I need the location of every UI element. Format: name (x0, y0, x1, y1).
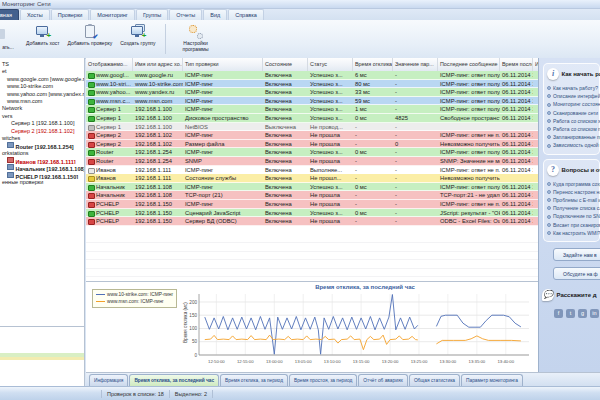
section-title: Вопросы и от (562, 167, 600, 173)
status-separator (101, 390, 102, 398)
bottom-tab[interactable]: Время отклика, за период (220, 374, 288, 386)
check-result-cell: Не прошла (308, 191, 353, 200)
bottom-tab-label: Информация (94, 378, 123, 383)
faq-link[interactable]: Висает при сканирова (547, 221, 599, 229)
bottom-tab[interactable]: Параметр мониторинга (461, 374, 523, 386)
wizard-button[interactable]: ать... (0, 20, 22, 58)
tree-item[interactable]: vers (0, 113, 84, 120)
param-value-cell: - (393, 131, 438, 140)
last-message-cell: ICMP-пинг: ответ полу... (438, 148, 500, 157)
help-link[interactable]: Мониторинг состояни (547, 100, 599, 108)
help-link[interactable]: Запланированные про (547, 133, 599, 141)
table-row[interactable]: Сервер 2 192.168.1.102 Размер файла Вклю… (86, 140, 538, 149)
column-header[interactable]: Имя или адрес хо... (133, 58, 183, 71)
tree-item[interactable]: PCHELP [192.168.1.150] (0, 172, 84, 179)
tree-item[interactable]: www.google.com [www.google.ru] (0, 76, 84, 83)
google-plus-icon[interactable]: g (578, 309, 587, 318)
help-link[interactable]: Сканирование сети (547, 109, 599, 117)
table-row[interactable]: www.msn.c... www.msn.com ICMP-пинг Включ… (86, 97, 538, 106)
faq-link[interactable]: Перенос настроек на (547, 188, 599, 196)
bottom-tab[interactable]: Время отклика, за последний час (129, 374, 219, 386)
table-row[interactable]: Иванов 192.168.1.111 Состояние службы Вк… (86, 174, 538, 183)
menu-tab[interactable]: Отчеты (169, 9, 202, 20)
table-row[interactable]: PCHELP 192.168.1.150 ICMP-пинг Включена … (86, 200, 538, 209)
tree-item[interactable]: Сервер 2 [192.168.1.102] (0, 128, 84, 135)
help-link[interactable]: Работа со списком хо (547, 117, 599, 125)
table-row[interactable]: Сервер 1 192.168.1.100 NetBIOS Выключена… (86, 123, 538, 132)
table-row[interactable]: Начальник 192.168.1.108 ICMP-пинг Включе… (86, 183, 538, 192)
faq-link[interactable]: Подключение по SNM (547, 212, 599, 220)
bottom-tab[interactable]: Общая статистика (409, 374, 460, 386)
help-link[interactable]: Зависимость одной пр (547, 141, 599, 149)
faq-link[interactable]: Проблемы с E-mail и S (547, 196, 599, 204)
menu-tab[interactable]: Группы (136, 9, 168, 20)
faq-link[interactable]: Куда программа сохр (547, 180, 599, 188)
tree-item[interactable]: www.10-strike.com (0, 83, 84, 90)
tree-item[interactable]: Начальник [192.168.1.108] (0, 164, 84, 171)
tree-item[interactable]: witches (0, 135, 84, 142)
menu-tab[interactable]: Вид (203, 9, 227, 20)
column-header[interactable]: Отображаемо... (86, 58, 133, 71)
help-link[interactable]: Работа со списком пр (547, 125, 599, 133)
table-row[interactable]: Сервер 1 192.168.1.100 Дисковое простран… (86, 114, 538, 123)
tree-item[interactable]: Router [192.168.1.254] (0, 142, 84, 149)
table-row[interactable]: www.10-stri... www.10-strike.com ICMP-пи… (86, 80, 538, 89)
table-row[interactable]: Router 192.168.1.254 ICMP-пинг Включена … (86, 148, 538, 157)
faq-link[interactable]: Как настроить WMI? (547, 229, 599, 237)
twitter-icon[interactable]: t (566, 309, 575, 318)
menu-tab[interactable]: Справка (228, 9, 264, 20)
tree-item[interactable]: Network (0, 105, 84, 112)
faq-link[interactable]: Получение списка слу (547, 204, 599, 212)
ask-question-button[interactable]: Задайте нам в (553, 248, 600, 261)
table-row[interactable]: Сервер 2 192.168.1.102 ICMP-пинг Включен… (86, 131, 538, 140)
facebook-icon[interactable]: f (554, 309, 563, 318)
bottom-tab[interactable]: Отчёт об авариях (358, 374, 408, 386)
table-row[interactable]: Сервер 1 192.168.1.100 ICMP-пинг Включен… (86, 105, 538, 114)
tree-item[interactable]: TS (0, 61, 84, 68)
check-enabled-cell: Включена (263, 200, 308, 209)
tree-item[interactable]: www.msn.com (0, 98, 84, 105)
add-check-button[interactable]: ✔ Добавить проверку (64, 20, 117, 58)
menu-tab[interactable]: Проверки (51, 9, 90, 20)
settings-button[interactable]: Настройки программы (171, 20, 221, 58)
table-row[interactable]: Начальник 192.168.1.108 TCP-порт (21) Вк… (86, 191, 538, 200)
menu-tab[interactable]: Хосты (20, 9, 50, 20)
check-name-cell: www.googl... (86, 71, 133, 80)
column-header[interactable]: Время послед... (500, 58, 533, 71)
checks-count: Проверок в списке: 18 (107, 391, 164, 397)
param-value-cell: - (393, 183, 438, 192)
linkedin-icon[interactable]: in (590, 309, 599, 318)
table-row[interactable]: PCHELP 192.168.1.150 Сервер БД (ODBC) Вк… (86, 217, 538, 226)
bottom-tab[interactable]: Информация (89, 374, 128, 386)
column-header[interactable]: Статус (308, 58, 353, 71)
tree-item[interactable]: orkstations (0, 150, 84, 157)
table-row[interactable]: Иванов 192.168.1.111 ICMP-пинг Включена … (86, 166, 538, 175)
tree-item[interactable]: Иванов [192.168.1.111] (0, 157, 84, 164)
forum-button[interactable]: Обсудите на ф (553, 267, 600, 280)
last-time-cell: 06.11.2014 13:.. (500, 114, 533, 123)
section-title: Расскажите д (557, 292, 597, 298)
column-header[interactable]: Состояние (263, 58, 308, 71)
check-status-icon (88, 185, 95, 191)
bottom-tab[interactable]: Время простоя, за период (289, 374, 357, 386)
tree-item[interactable]: енные проверки (0, 179, 84, 186)
table-row[interactable]: Router 192.168.1.254 SNMP Включена Не пр… (86, 157, 538, 166)
create-group-button[interactable]: + Создать группу (116, 20, 159, 58)
column-header[interactable]: Значение пар... (393, 58, 438, 71)
column-header[interactable]: Время отклика (353, 58, 393, 71)
column-header[interactable]: Тип проверки (183, 58, 263, 71)
add-host-button[interactable]: + Добавить хост (22, 20, 64, 58)
help-sidebar: i Как начать ра Как начать работу? Описа… (538, 58, 600, 372)
table-row[interactable]: PCHELP 192.168.1.150 Сценарий JavaScript… (86, 209, 538, 218)
tree-item[interactable]: www.yahoo.com [www.yandex.ru] (0, 91, 84, 98)
menu-tab[interactable]: Мониторинг (90, 9, 135, 20)
tree-item[interactable]: Сервер 1 [192.168.1.100] (0, 120, 84, 127)
tree-item[interactable]: et (0, 68, 84, 75)
table-row[interactable]: www.googl... www.google.ru ICMP-пинг Вкл… (86, 71, 538, 80)
menu-tab[interactable]: Главная (0, 9, 19, 20)
column-header[interactable]: Последнее сообщение (438, 58, 500, 71)
help-link[interactable]: Описание интерфейса (547, 92, 599, 100)
check-name-cell: Router (86, 148, 133, 157)
table-row[interactable]: www.yahoo... www.yandex.ru ICMP-пинг Вкл… (86, 88, 538, 97)
help-link[interactable]: Как начать работу? (547, 84, 599, 92)
